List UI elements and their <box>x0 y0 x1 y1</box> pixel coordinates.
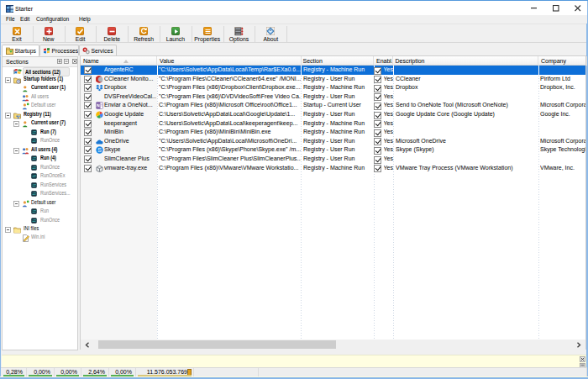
svg-text:S: S <box>97 147 102 153</box>
